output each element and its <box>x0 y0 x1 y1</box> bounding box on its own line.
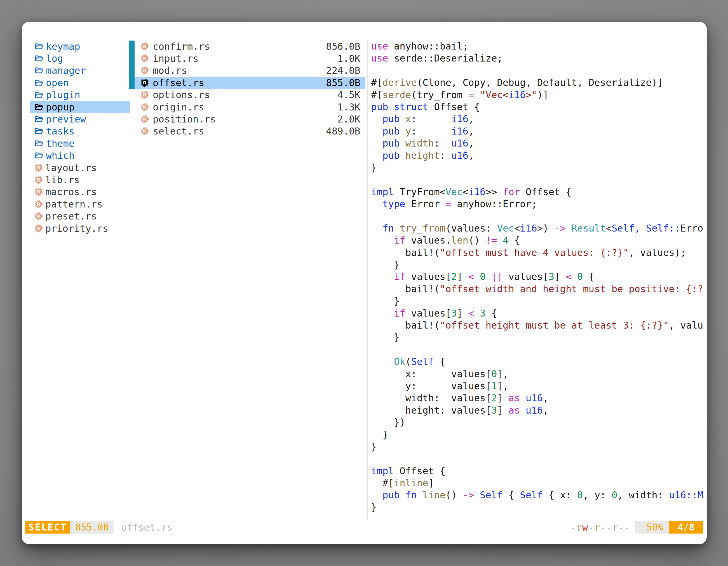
code-line: fn try_from(values: Vec<i16>) -> Result<… <box>371 222 703 234</box>
sidebar-item-layout.rs[interactable]: Rlayout.rs <box>30 162 130 174</box>
permission-char: - <box>618 522 624 533</box>
file-row-mod.rs[interactable]: Rmod.rs224.0B <box>134 65 365 77</box>
rust-file-icon: R <box>34 176 43 184</box>
file-row-confirm.rs[interactable]: Rconfirm.rs856.0B <box>134 40 365 52</box>
code-line: impl TryFrom<Vec<i16>> for Offset { <box>371 186 703 198</box>
code-line: #[derive(Clone, Copy, Debug, Default, De… <box>371 77 703 89</box>
code-line: } <box>371 331 703 343</box>
permission-char: r <box>576 522 582 533</box>
file-size: 4.5K <box>337 89 360 100</box>
code-line: pub struct Offset { <box>371 101 703 113</box>
file-name: offset.rs <box>153 77 204 88</box>
file-size: 855.0B <box>326 77 360 88</box>
sidebar-item-label: keymap <box>46 41 80 52</box>
sidebar-item-manager[interactable]: manager <box>30 65 130 77</box>
code-line: bail!("offset height must be at least 3:… <box>371 319 703 331</box>
sidebar-item-keymap[interactable]: keymap <box>30 40 130 52</box>
file-size: 1.3K <box>337 102 360 113</box>
sidebar-item-label: layout.rs <box>45 162 97 173</box>
svg-text:R: R <box>37 226 41 231</box>
file-name: select.rs <box>153 126 204 137</box>
sidebar-item-which[interactable]: which <box>30 150 130 162</box>
rust-file-icon: R <box>34 224 43 233</box>
permission-char: - <box>600 522 606 533</box>
sidebar-item-open[interactable]: open <box>30 77 130 89</box>
sidebar-item-label: log <box>46 53 63 64</box>
file-row-origin.rs[interactable]: Rorigin.rs1.3K <box>134 101 365 113</box>
sidebar-item-tasks[interactable]: tasks <box>30 125 130 137</box>
sidebar-item-macros.rs[interactable]: Rmacros.rs <box>30 186 130 198</box>
code-line <box>371 453 703 465</box>
code-line: x: values[0], <box>371 368 703 380</box>
sidebar-item-log[interactable]: log <box>30 52 130 64</box>
rust-file-icon: R <box>34 200 43 208</box>
code-line <box>371 344 703 356</box>
file-name: options.rs <box>153 89 210 100</box>
status-mode-badge: SELECT <box>25 521 70 534</box>
permission-char: - <box>588 522 594 533</box>
file-row-position.rs[interactable]: Rposition.rs2.0K <box>134 113 365 125</box>
code-line: width: values[2] as u16, <box>371 392 703 404</box>
code-line: Ok(Self { <box>371 356 703 368</box>
file-name: origin.rs <box>153 102 204 113</box>
sidebar-item-label: open <box>46 77 69 88</box>
sidebar-item-label: popup <box>46 102 74 113</box>
permission-char: - <box>570 522 576 533</box>
sidebar-item-preview[interactable]: preview <box>30 113 130 125</box>
rust-file-icon: R <box>140 103 149 111</box>
sidebar-item-label: theme <box>46 138 74 149</box>
code-line: height: values[3] as u16, <box>371 404 703 416</box>
code-line: #[inline] <box>371 477 703 489</box>
file-row-input.rs[interactable]: Rinput.rs1.0K <box>134 52 365 64</box>
sidebar-item-label: tasks <box>46 126 74 137</box>
file-name: input.rs <box>153 53 199 64</box>
rust-file-icon: R <box>34 164 43 172</box>
file-row-options.rs[interactable]: Roptions.rs4.5K <box>134 89 365 101</box>
code-line: #[serde(try_from = "Vec<i16>")] <box>371 89 703 101</box>
sidebar-item-lib.rs[interactable]: Rlib.rs <box>30 174 130 186</box>
file-row-offset.rs[interactable]: Roffset.rs855.0B <box>134 77 365 89</box>
status-permissions: -rw-r--r-- <box>570 522 630 533</box>
rust-file-icon: R <box>34 212 43 220</box>
sidebar-item-popup[interactable]: popup <box>30 101 130 113</box>
svg-text:R: R <box>143 117 147 122</box>
file-row-select.rs[interactable]: Rselect.rs489.0B <box>134 125 365 137</box>
status-cursor-position: 4/8 <box>669 521 703 534</box>
svg-text:R: R <box>143 68 147 73</box>
sidebar-item-label: manager <box>46 65 86 76</box>
preview-pane: use anyhow::bail;use serde::Deserialize;… <box>371 40 703 520</box>
rust-file-icon: R <box>140 127 149 135</box>
permission-char: - <box>606 522 612 533</box>
sidebar-item-pattern.rs[interactable]: Rpattern.rs <box>30 198 130 210</box>
sidebar-item-theme[interactable]: theme <box>30 137 130 149</box>
sidebar-item-label: which <box>46 150 74 161</box>
code-line: if values.len() != 4 { <box>371 234 703 247</box>
svg-text:R: R <box>37 214 41 219</box>
pane-divider-right <box>367 40 368 520</box>
permission-char: r <box>594 522 600 533</box>
code-line: } <box>371 259 703 271</box>
sidebar-item-label: preview <box>46 114 86 125</box>
sidebar-item-label: pattern.rs <box>45 199 103 210</box>
rust-file-icon: R <box>140 66 149 75</box>
file-list-scrollbar[interactable] <box>129 41 135 89</box>
current-pane: Rconfirm.rs856.0BRinput.rs1.0KRmod.rs224… <box>134 40 365 137</box>
code-line: y: values[1], <box>371 380 703 392</box>
code-line <box>371 174 703 186</box>
folder-open-icon <box>34 55 43 62</box>
code-line: pub height: u16, <box>371 150 703 162</box>
svg-text:R: R <box>143 80 147 86</box>
sidebar-item-preset.rs[interactable]: Rpreset.rs <box>30 210 130 222</box>
code-line: } <box>371 501 703 513</box>
rust-file-icon: R <box>140 115 149 123</box>
folder-open-icon <box>34 79 43 87</box>
file-size: 2.0K <box>337 114 360 125</box>
sidebar-item-priority.rs[interactable]: Rpriority.rs <box>30 222 130 234</box>
svg-text:R: R <box>37 177 41 183</box>
sidebar-item-label: plugin <box>46 89 80 100</box>
sidebar-item-plugin[interactable]: plugin <box>30 89 130 101</box>
folder-open-icon <box>34 152 43 159</box>
code-line: if values[2] < 0 || values[3] < 0 { <box>371 271 703 283</box>
folder-open-icon <box>34 103 43 111</box>
file-manager-window: keymaplogmanageropenpluginpopuppreviewta… <box>22 22 707 544</box>
